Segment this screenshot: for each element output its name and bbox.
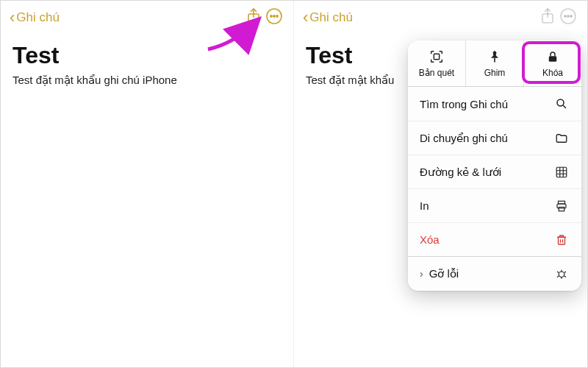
svg-point-13 [557,99,564,106]
svg-rect-14 [556,167,567,177]
svg-rect-11 [494,58,495,63]
more-button[interactable] [264,7,284,28]
share-button[interactable] [243,7,264,28]
svg-rect-18 [559,237,565,244]
sheet-row-print[interactable]: In [408,188,581,222]
back-button[interactable]: ‹ Ghi chú [303,10,353,26]
print-icon [553,199,570,213]
back-label: Ghi chú [16,10,60,25]
sheet-row-label: Đường kẻ & lưới [420,166,501,179]
svg-rect-17 [559,207,564,210]
svg-point-19 [559,272,564,277]
search-icon [553,97,570,110]
bug-icon [553,267,570,280]
sheet-row-find[interactable]: Tìm trong Ghi chú [408,87,581,121]
sheet-row-delete[interactable]: Xóa [408,222,581,256]
svg-point-4 [276,15,278,17]
ellipsis-circle-icon [559,7,577,28]
trash-icon [553,233,570,247]
sheet-row-move[interactable]: Di chuyển ghi chú [408,121,581,155]
sheet-row-label: Di chuyển ghi chú [420,132,508,145]
sheet-row-label: Xóa [420,233,440,246]
sheet-top-label: Ghim [484,68,506,78]
note-body[interactable]: Test đặt mật khẩu ghi chú iPhone [1,74,293,87]
svg-point-9 [570,15,572,17]
share-icon [246,7,261,28]
grid-icon [553,166,570,179]
sheet-row-label: Tìm trong Ghi chú [420,98,508,110]
svg-rect-12 [549,56,557,62]
sheet-top-lock[interactable]: Khóa [524,40,581,86]
svg-point-2 [270,15,272,17]
header: ‹ Ghi chú [294,1,587,35]
sheet-top-label: Khóa [542,68,563,78]
svg-point-7 [564,15,566,17]
sheet-row-label: In [420,199,429,212]
note-title[interactable]: Test [1,35,293,74]
action-sheet: Bản quét Ghim [408,40,581,291]
pin-icon [487,49,502,65]
scan-icon [429,49,445,65]
svg-point-8 [567,15,569,17]
sheet-row-lines-grid[interactable]: Đường kẻ & lưới [408,155,581,188]
share-icon [540,7,555,28]
svg-rect-10 [434,54,439,59]
lock-icon [546,49,559,65]
back-label: Ghi chú [309,10,353,25]
more-button [558,7,578,28]
back-button[interactable]: ‹ Ghi chú [10,10,60,26]
chevron-left-icon: ‹ [10,10,15,26]
sheet-row-debug[interactable]: › Gỡ lỗi [408,257,581,291]
share-button [537,7,558,28]
svg-point-3 [273,15,275,17]
sheet-top-scan[interactable]: Bản quét [408,40,466,86]
folder-icon [553,132,570,145]
sheet-row-label: Gỡ lỗi [429,267,459,280]
chevron-left-icon: ‹ [303,10,308,26]
sheet-top-pin[interactable]: Ghim [466,40,524,86]
header: ‹ Ghi chú [1,1,293,35]
chevron-right-icon: › [420,268,423,280]
ellipsis-circle-icon [265,7,283,28]
sheet-top-label: Bản quét [419,68,454,78]
